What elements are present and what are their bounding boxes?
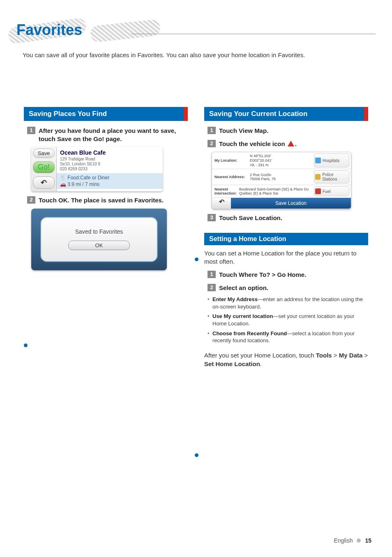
back-button[interactable]: ↶	[33, 176, 55, 189]
left-step-2: 2 Touch OK. The place is saved in Favori…	[27, 196, 188, 204]
home-step-1: 1 Touch Where To? > Go Home.	[208, 271, 368, 279]
place-address: 129 Trafalgar Road Se10, London SE10 9 0…	[60, 157, 159, 172]
left-step-1: 1 After you have found a place you want …	[27, 127, 188, 143]
section-saving-current: Saving Your Current Location	[204, 107, 368, 121]
poi-label: Police Stations	[322, 172, 348, 181]
place-category-band: 🍴 Food:Cafe or Diner 🚗 3.9 mi / 7 mins	[57, 173, 163, 189]
location-value: Boulevard Saint-Germain (SE) & Place Du …	[239, 187, 310, 196]
segment-dot	[195, 453, 198, 457]
step-number: 2	[208, 284, 216, 291]
location-label: My Location:	[214, 158, 247, 162]
footer-language: English	[334, 537, 353, 544]
step-number: 1	[208, 271, 216, 278]
place-title: Ocean Blue Cafe	[60, 149, 159, 156]
footer-page-number: 15	[365, 537, 371, 544]
step-number: 1	[208, 127, 216, 134]
vehicle-icon	[288, 141, 294, 146]
home-option: Choose from Recently Found—select a loca…	[208, 330, 368, 344]
location-row: Nearest Intersection:Boulevard Saint-Ger…	[212, 185, 351, 198]
poi-icon	[315, 188, 321, 194]
step-number: 1	[27, 127, 35, 134]
home-intro: You can set a Home Location for the plac…	[204, 249, 368, 266]
section-home-location: Setting a Home Location	[204, 233, 368, 245]
location-row: Nearest Address:2 Rue Gozlin75006 Paris,…	[212, 169, 351, 185]
step-number: 2	[27, 196, 35, 204]
home-options-list: Enter My Address—enter an address for th…	[208, 296, 368, 344]
right-step-2: 2 Touch the vehicle icon .	[208, 140, 368, 148]
poi-button[interactable]: Hospitals	[314, 153, 349, 167]
option-name: Enter My Address	[212, 296, 258, 302]
save-button[interactable]: Save	[33, 149, 55, 158]
segment-dot	[195, 258, 198, 261]
poi-button[interactable]: Fuel	[314, 186, 349, 196]
poi-button[interactable]: Police Stations	[314, 170, 349, 183]
poi-icon	[315, 174, 321, 180]
step-number: 3	[208, 214, 216, 221]
ok-button[interactable]: OK	[68, 241, 130, 250]
title-rule	[131, 34, 376, 34]
home-step-2: 2 Select an option.	[208, 284, 368, 292]
saved-dialog: Saved to Favorites OK	[40, 217, 158, 262]
page-title: Favorites	[16, 21, 82, 39]
location-label: Nearest Address:	[214, 175, 247, 179]
footer-dot-icon	[357, 538, 361, 543]
location-row: My Location:N 48°51.202'E002°20.041'Alt.…	[212, 152, 351, 169]
poi-icon	[315, 158, 321, 163]
step-text: Touch OK. The place is saved in Favorite…	[39, 196, 164, 204]
step-number: 2	[208, 140, 216, 147]
back-button[interactable]: ↶	[212, 198, 231, 209]
intro-text: You can save all of your favorite places…	[23, 51, 359, 58]
step-text: Touch Save Location.	[219, 214, 282, 222]
go-page-screenshot: Save Go! ↶ Ocean Blue Cafe 129 Trafalgar…	[31, 147, 163, 191]
home-option: Use My current location—set your current…	[208, 313, 368, 327]
right-column: Saving Your Current Location 1 Touch Vie…	[204, 107, 368, 368]
option-name: Choose from Recently Found	[212, 330, 287, 337]
location-value: 2 Rue Gozlin75006 Paris, 75	[250, 173, 276, 182]
segment-dot	[24, 343, 28, 347]
my-location-screenshot: My Location:N 48°51.202'E002°20.041'Alt.…	[212, 152, 351, 209]
saved-message: Saved to Favorites	[75, 228, 123, 235]
step-text: Touch View Map.	[219, 127, 268, 135]
poi-label: Fuel	[323, 189, 330, 194]
option-name: Use My current location	[212, 313, 273, 319]
step-text: After you have found a place you want to…	[39, 127, 188, 143]
save-location-button[interactable]: Save Location	[231, 198, 351, 209]
home-after-text: After you set your Home Location, touch …	[204, 351, 368, 368]
saved-favorites-screenshot: Saved to Favorites OK	[31, 209, 167, 270]
step-text: Touch Where To? > Go Home.	[219, 271, 306, 279]
page-footer: English 15	[334, 537, 372, 544]
decorative-ribbon	[90, 19, 161, 43]
section-saving-places: Saving Places You Find	[24, 107, 188, 121]
location-label: Nearest Intersection:	[214, 187, 237, 195]
step-text: Select an option.	[219, 284, 268, 292]
poi-label: Hospitals	[323, 158, 339, 163]
right-step-3: 3 Touch Save Location.	[208, 214, 368, 222]
left-column: Saving Places You Find 1 After you have …	[24, 107, 188, 368]
location-value: N 48°51.202'E002°20.041'Alt. : 291 m	[250, 154, 272, 167]
home-option: Enter My Address—enter an address for th…	[208, 296, 368, 310]
right-step-1: 1 Touch View Map.	[208, 127, 368, 135]
go-button[interactable]: Go!	[33, 161, 55, 173]
step-text: Touch the vehicle icon .	[219, 140, 297, 148]
